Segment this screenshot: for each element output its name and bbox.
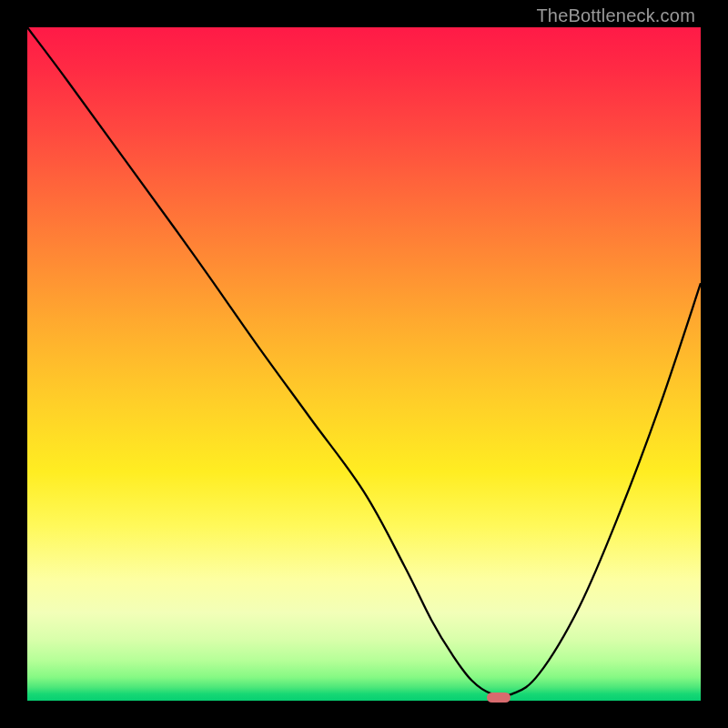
watermark-text: TheBottleneck.com: [536, 5, 695, 26]
chart-frame: TheBottleneck.com: [0, 0, 728, 728]
optimal-marker: [487, 693, 511, 703]
bottleneck-curve: [27, 27, 701, 701]
plot-area: [27, 27, 701, 701]
